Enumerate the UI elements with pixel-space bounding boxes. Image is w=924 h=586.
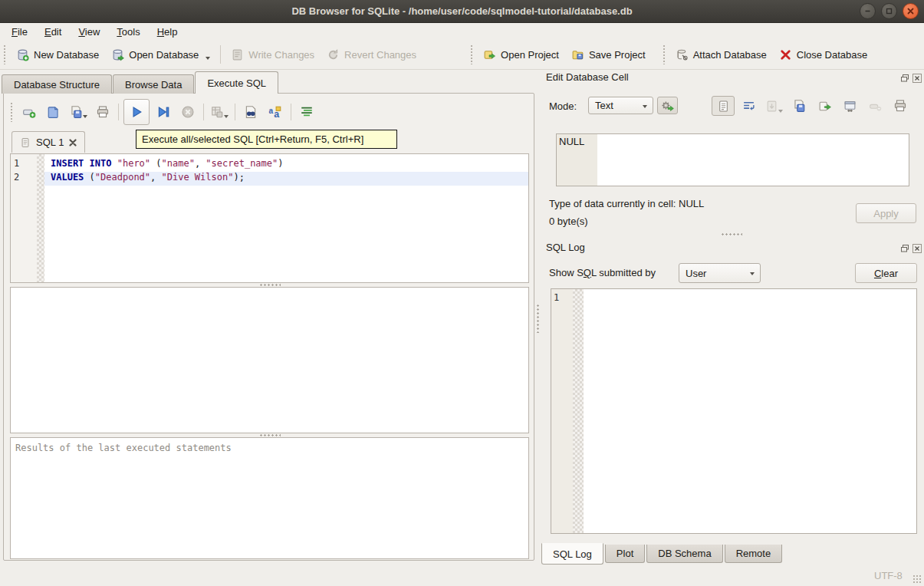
close-window-button[interactable] [903, 3, 919, 19]
write-changes-button[interactable]: Write Changes [225, 44, 321, 66]
menu-view[interactable]: View [70, 25, 108, 39]
menu-help[interactable]: Help [149, 25, 186, 39]
save-sql-file-icon [69, 105, 83, 119]
splitter-results-messages[interactable] [10, 433, 529, 436]
cell-editor[interactable]: NULL [556, 133, 909, 186]
pending-results-pane[interactable] [10, 287, 529, 433]
auto-complete-button[interactable]: aa [267, 100, 284, 123]
import-from-file-button[interactable] [762, 96, 785, 116]
execute-current-line-icon [156, 105, 170, 119]
dock-tab-sql-log[interactable]: SQL Log [541, 543, 603, 565]
menubar: FileEditViewToolsHelp [0, 23, 924, 40]
toolbar-separator [291, 104, 291, 120]
find-text-icon [244, 105, 258, 119]
toolbar-handle[interactable] [3, 44, 7, 64]
splitter-docks[interactable] [721, 233, 742, 235]
float-dock-icon[interactable] [899, 243, 909, 253]
splitter-main-vertical[interactable] [537, 304, 539, 333]
stop-execution-icon [181, 105, 195, 119]
edit-cell-dock-buttons [899, 73, 922, 83]
sql-editor-tab[interactable]: SQL 1 [12, 131, 85, 153]
line-number: 1 [11, 158, 37, 172]
save-sql-file-button[interactable] [70, 100, 87, 123]
open-database-button[interactable]: Open Database [105, 44, 216, 66]
dock-tab-plot[interactable]: Plot [605, 545, 645, 563]
apply-button[interactable]: Apply [856, 203, 916, 223]
open-project-button[interactable]: Open Project [477, 44, 565, 66]
editor-line-numbers: 12 [11, 154, 37, 282]
set-as-null-icon [869, 100, 882, 113]
execute-current-line-button[interactable] [155, 100, 172, 123]
open-in-browser-button[interactable] [838, 96, 861, 116]
results-message-pane[interactable]: Results of the last executed statements [10, 437, 529, 559]
find-text-button[interactable] [242, 100, 259, 123]
toolbar-handle[interactable] [470, 44, 474, 64]
dropdown-arrow-icon[interactable] [206, 57, 210, 60]
tooltip: Execute all/selected SQL [Ctrl+Return, F… [136, 130, 397, 149]
toolbar-handle[interactable] [10, 102, 14, 122]
text-view-icon [717, 100, 730, 113]
log-filter-select[interactable]: User [679, 263, 761, 283]
sql-code-line[interactable]: VALUES ("Deadpond", "Dive Wilson"); [44, 172, 528, 186]
menu-tools[interactable]: Tools [108, 25, 148, 39]
resize-grip[interactable] [912, 574, 922, 584]
tab-execute-sql[interactable]: Execute SQL [195, 71, 278, 94]
open-sql-file-button[interactable] [45, 100, 62, 123]
dock-tabbar: SQL LogPlotDB SchemaRemote [541, 543, 784, 565]
cell-size-info: 0 byte(s) [549, 216, 588, 227]
import-from-file-icon [765, 100, 778, 113]
cell-value: NULL [559, 136, 584, 147]
menu-edit[interactable]: Edit [36, 25, 70, 39]
new-database-button[interactable]: New Database [10, 44, 105, 66]
maximize-window-button[interactable] [881, 3, 897, 19]
toolbar-separator [220, 45, 221, 64]
minimize-window-button[interactable] [860, 3, 876, 19]
execute-all-button[interactable] [123, 99, 150, 125]
word-wrap-icon [742, 100, 755, 113]
text-view-button[interactable] [712, 96, 735, 116]
execute-sql-panel: aa SQL 1 12 INSERT INTO "hero" ("name", … [3, 93, 534, 561]
stop-execution-button[interactable] [179, 100, 196, 123]
dropdown-arrow-icon[interactable] [224, 115, 229, 118]
dock-tab-db-schema[interactable]: DB Schema [646, 545, 722, 563]
tab-database-structure[interactable]: Database Structure [2, 74, 112, 94]
dropdown-arrow-icon[interactable] [778, 110, 783, 113]
close-dock-icon[interactable] [912, 73, 922, 83]
clear-log-button[interactable]: Clear [855, 263, 917, 283]
format-sql-icon [300, 105, 314, 119]
titlebar[interactable]: DB Browser for SQLite - /home/user/code/… [0, 0, 924, 23]
svg-text:a: a [269, 107, 274, 115]
editor-code-area[interactable]: INSERT INTO "hero" ("name", "secret_name… [44, 154, 528, 282]
menu-file[interactable]: File [3, 25, 36, 39]
sql-code-line[interactable]: INSERT INTO "hero" ("name", "secret_name… [44, 158, 528, 172]
dock-tab-remote[interactable]: Remote [725, 545, 783, 563]
attach-database-icon [676, 48, 689, 61]
dropdown-arrow-icon[interactable] [83, 115, 87, 118]
set-as-null-button[interactable] [863, 96, 886, 116]
word-wrap-button[interactable] [737, 96, 760, 116]
print-cell-button[interactable] [889, 96, 912, 116]
gear-apply-icon [660, 99, 675, 112]
toolbar-separator [235, 104, 235, 120]
close-database-button[interactable]: Close Database [773, 44, 874, 66]
export-to-file-button[interactable] [813, 96, 836, 116]
splitter-editor-results[interactable] [10, 283, 529, 286]
save-project-button[interactable]: Save Project [565, 44, 652, 66]
close-tab-icon[interactable] [69, 139, 77, 146]
attach-database-button[interactable]: Attach Database [669, 44, 773, 66]
mode-select[interactable]: Text [588, 97, 653, 114]
auto-complete-icon: aa [268, 105, 282, 119]
toolbar-handle[interactable] [663, 44, 666, 64]
sql-log-view[interactable]: 1 [551, 288, 917, 534]
format-sql-button[interactable] [298, 100, 315, 123]
auto-apply-button[interactable] [657, 97, 678, 114]
sql-editor[interactable]: 12 INSERT INTO "hero" ("name", "secret_n… [10, 153, 529, 283]
revert-changes-button[interactable]: Revert Changes [321, 44, 423, 66]
tab-browse-data[interactable]: Browse Data [113, 74, 194, 94]
float-dock-icon[interactable] [899, 73, 909, 83]
save-results-button[interactable] [211, 100, 228, 123]
new-sql-tab-button[interactable] [21, 100, 38, 123]
print-sql-button[interactable] [94, 100, 111, 123]
close-dock-icon[interactable] [912, 243, 922, 253]
save-as-file-button[interactable] [788, 96, 811, 116]
